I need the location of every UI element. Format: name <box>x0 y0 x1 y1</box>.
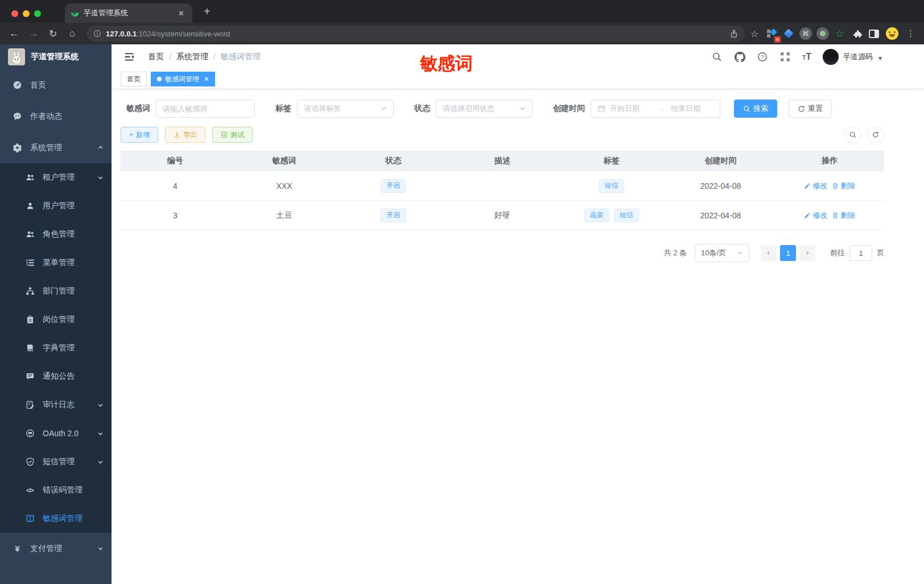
sidebar-item-sms[interactable]: 短信管理 <box>0 448 112 476</box>
extension-badge: 9 <box>774 36 781 43</box>
sidebar-logo[interactable]: 芋道管理系统 <box>0 44 112 69</box>
delete-link[interactable]: 删除 <box>832 181 855 191</box>
zoom-window-button[interactable] <box>34 10 41 17</box>
font-size-icon[interactable]: TT <box>802 52 811 62</box>
reload-icon[interactable]: ↻ <box>44 26 61 42</box>
extension-green-star[interactable]: ☆ <box>832 26 847 41</box>
total-count: 共 2 条 <box>664 248 687 258</box>
edit-link[interactable]: 修改 <box>804 210 827 221</box>
page-number-button[interactable]: 1 <box>780 245 796 261</box>
profile-avatar[interactable] <box>886 27 898 40</box>
minimize-window-button[interactable] <box>23 10 30 17</box>
sidebar-item-tenant[interactable]: 租户管理 <box>0 163 112 192</box>
extension-green-dot[interactable] <box>815 26 830 41</box>
breadcrumb-system[interactable]: 系统管理 <box>176 52 208 62</box>
word-input[interactable] <box>163 105 248 113</box>
extension-blue-gem[interactable] <box>781 26 796 41</box>
extensions-menu[interactable] <box>849 26 864 41</box>
calendar-icon <box>597 105 605 113</box>
breadcrumb-home[interactable]: 首页 <box>148 52 164 62</box>
cell-date: 2022-04-08 <box>666 181 776 190</box>
sidebar-item-user[interactable]: 用户管理 <box>0 192 112 220</box>
reset-button[interactable]: 重置 <box>789 100 832 118</box>
oauth-icon <box>25 429 35 438</box>
address-bar[interactable]: 127.0.0.1:1024/system/sensitive-word <box>86 26 745 42</box>
share-icon[interactable] <box>730 30 738 38</box>
delete-link[interactable]: 删除 <box>832 210 855 221</box>
export-button[interactable]: 导出 <box>165 127 205 143</box>
next-page-button[interactable] <box>799 245 815 261</box>
side-panel-button[interactable] <box>867 26 881 41</box>
forward-icon[interactable]: → <box>25 26 42 42</box>
browser-tab[interactable]: 芋道管理系统 ✕ <box>65 3 192 23</box>
sidebar-collapse-icon[interactable] <box>123 51 135 63</box>
help-icon[interactable]: ? <box>757 51 768 63</box>
sidebar-item-sensitive-word[interactable]: 敏感词管理 <box>0 504 112 533</box>
filter-time-label: 创建时间 <box>553 103 585 114</box>
code-icon: </> <box>25 486 35 495</box>
date-range-picker[interactable]: 开始日期 - 结束日期 <box>591 100 720 118</box>
breadcrumb: 首页 / 系统管理 / 敏感词管理 <box>148 52 261 62</box>
tag-badge: 短信 <box>599 179 624 193</box>
role-icon <box>25 230 35 239</box>
page-tab-home[interactable]: 首页 <box>121 72 147 86</box>
page-size-select[interactable]: 10条/页 <box>695 244 749 262</box>
puzzle-icon <box>852 29 862 39</box>
fullscreen-icon[interactable] <box>779 51 791 63</box>
close-window-button[interactable] <box>11 10 18 17</box>
sidebar-item-post[interactable]: 岗位管理 <box>0 305 112 334</box>
sidebar-item-author-news[interactable]: 作者动态 <box>0 101 112 132</box>
sidebar-item-oauth[interactable]: OAuth 2.0 <box>0 419 112 448</box>
sidebar-item-errcode[interactable]: </> 错误码管理 <box>0 476 112 504</box>
sidebar-item-role[interactable]: 角色管理 <box>0 220 112 248</box>
toggle-search-icon[interactable] <box>844 126 861 143</box>
home-icon[interactable]: ⌂ <box>64 26 81 42</box>
extension-grid-diamond[interactable]: 9 <box>764 26 779 41</box>
goto-label: 前往 <box>830 248 845 258</box>
refresh-icon[interactable] <box>867 126 884 143</box>
pencil-icon <box>804 183 811 189</box>
logo-rabbit-image <box>8 48 25 65</box>
test-button[interactable]: 测试 <box>212 127 253 143</box>
tenant-icon <box>25 173 35 183</box>
back-icon[interactable]: ← <box>6 26 23 42</box>
user-menu[interactable]: 芋道源码 ▼ <box>823 49 883 65</box>
sidebar-item-menu[interactable]: 菜单管理 <box>0 248 112 277</box>
status-badge: 开启 <box>381 209 406 222</box>
word-filter-input[interactable] <box>156 100 255 118</box>
tag-filter-select[interactable]: 请选择标签 <box>297 100 394 118</box>
side-panel-icon <box>869 30 879 38</box>
sensitive-word-table: 编号 敏感词 状态 描述 标签 创建时间 操作 4 XXX 开启 短信 <box>121 151 884 230</box>
sidebar-item-audit-log[interactable]: 审计日志 <box>0 391 112 419</box>
sidebar-item-notice[interactable]: 通知公告 <box>0 362 112 391</box>
sidebar-item-dept[interactable]: 部门管理 <box>0 277 112 305</box>
chevron-down-icon <box>519 105 526 113</box>
new-tab-button[interactable]: + <box>200 5 214 18</box>
pencil-icon <box>804 212 811 219</box>
page-content: 敏感词 标签 请选择标签 状态 请选择启用状态 <box>112 89 924 584</box>
goto-page-input[interactable] <box>849 245 872 261</box>
search-button[interactable]: 搜索 <box>734 100 777 118</box>
github-icon[interactable] <box>734 51 745 63</box>
tab-close-icon[interactable]: ✕ <box>204 76 209 83</box>
bookmark-star-icon[interactable]: ☆ <box>750 28 758 39</box>
prev-page-button[interactable] <box>761 245 777 261</box>
sidebar-item-home[interactable]: 首页 <box>0 69 112 101</box>
audit-log-icon <box>25 400 35 410</box>
sidebar-item-payment[interactable]: ¥ 支付管理 <box>0 533 112 564</box>
filter-word-label: 敏感词 <box>126 103 150 114</box>
site-info-icon[interactable] <box>93 30 101 38</box>
browser-menu-icon[interactable]: ⋮ <box>903 28 918 39</box>
tag-badge: 短信 <box>614 209 639 222</box>
sidebar-item-system[interactable]: 系统管理 <box>0 132 112 163</box>
status-filter-select[interactable]: 请选择启用状态 <box>436 100 533 118</box>
extension-command[interactable]: ⌘ <box>798 26 813 41</box>
cell-word: 土豆 <box>230 210 339 221</box>
search-icon[interactable] <box>711 51 723 63</box>
edit-link[interactable]: 修改 <box>804 181 827 191</box>
chevron-down-icon <box>97 430 104 437</box>
page-tab-sensitive-word[interactable]: 敏感词管理 ✕ <box>151 72 215 86</box>
sidebar-item-dict[interactable]: 字典管理 <box>0 334 112 362</box>
tab-close-icon[interactable]: ✕ <box>176 9 187 18</box>
add-button[interactable]: + 新增 <box>121 127 158 143</box>
